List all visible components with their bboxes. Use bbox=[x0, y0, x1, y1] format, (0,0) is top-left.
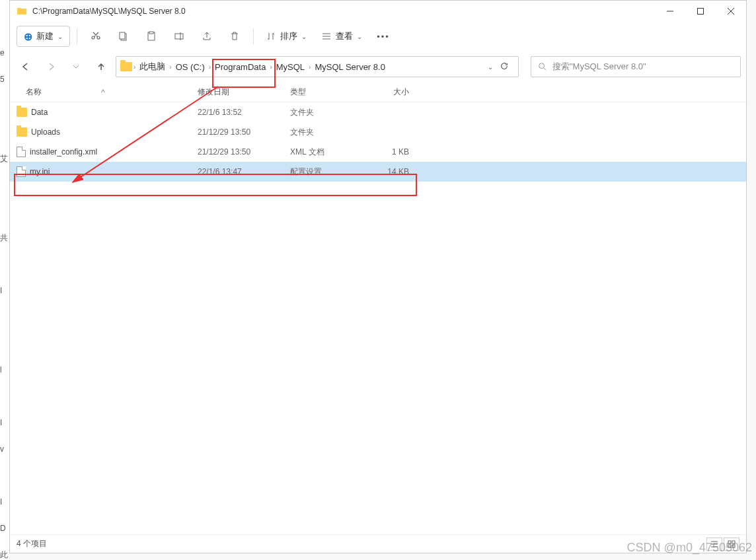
chevron-right-icon: › bbox=[270, 63, 272, 71]
file-name: installer_config.xml bbox=[30, 147, 97, 157]
svg-point-10 bbox=[539, 63, 545, 69]
svg-rect-14 bbox=[728, 545, 731, 547]
rename-icon bbox=[174, 31, 184, 42]
breadcrumb-item[interactable]: MySQL bbox=[274, 62, 307, 72]
refresh-button[interactable] bbox=[500, 61, 509, 73]
sort-label: 排序 bbox=[280, 30, 297, 42]
recent-button[interactable] bbox=[65, 56, 87, 77]
svg-rect-8 bbox=[175, 34, 183, 39]
file-modified: 21/12/29 13:50 bbox=[198, 127, 290, 137]
forward-button[interactable] bbox=[40, 56, 61, 77]
ellipsis-icon: ••• bbox=[377, 32, 390, 42]
folder-icon bbox=[17, 6, 27, 17]
new-label: 新建 bbox=[36, 30, 54, 42]
back-button[interactable] bbox=[15, 56, 36, 77]
file-size: 1 KB bbox=[369, 147, 409, 157]
search-icon bbox=[538, 62, 547, 71]
folder-icon bbox=[17, 108, 27, 117]
file-name: my.ini bbox=[30, 167, 50, 176]
file-row[interactable]: my.ini 22/1/6 13:47 配置设置 14 KB bbox=[10, 162, 746, 182]
breadcrumb-item[interactable]: ProgramData bbox=[212, 62, 268, 72]
file-modified: 22/1/6 13:52 bbox=[198, 108, 290, 117]
file-icon bbox=[17, 147, 26, 157]
svg-line-11 bbox=[544, 68, 547, 71]
file-modified: 22/1/6 13:47 bbox=[198, 167, 290, 176]
chevron-down-icon: ⌄ bbox=[357, 33, 362, 40]
sort-arrow-icon: ^ bbox=[101, 88, 105, 97]
file-size: 14 KB bbox=[369, 167, 409, 176]
title-bar: C:\ProgramData\MySQL\MySQL Server 8.0 bbox=[10, 1, 746, 22]
list-icon bbox=[321, 31, 332, 42]
search-input[interactable]: 搜索"MySQL Server 8.0" bbox=[531, 56, 741, 77]
copy-icon bbox=[118, 31, 129, 42]
view-label: 查看 bbox=[336, 30, 353, 42]
chevron-down-icon[interactable]: ⌄ bbox=[488, 63, 493, 71]
up-button[interactable] bbox=[91, 56, 112, 77]
breadcrumb-item[interactable]: 此电脑 bbox=[137, 61, 168, 73]
icons-view-button[interactable] bbox=[724, 538, 739, 551]
svg-rect-12 bbox=[728, 541, 731, 543]
file-row[interactable]: installer_config.xml 21/12/29 13:50 XML … bbox=[10, 142, 746, 162]
chevron-down-icon: ⌄ bbox=[57, 33, 63, 40]
window-title: C:\ProgramData\MySQL\MySQL Server 8.0 bbox=[32, 7, 186, 16]
file-name: Data bbox=[31, 108, 48, 117]
column-type[interactable]: 类型 bbox=[290, 87, 369, 98]
folder-icon bbox=[120, 62, 132, 71]
explorer-window: C:\ProgramData\MySQL\MySQL Server 8.0 ⊕ … bbox=[9, 0, 747, 553]
folder-icon bbox=[17, 127, 27, 137]
chevron-right-icon: › bbox=[169, 63, 171, 71]
file-row[interactable]: Data 22/1/6 13:52 文件夹 bbox=[10, 102, 746, 122]
file-list: Data 22/1/6 13:52 文件夹 Uploads 21/12/29 1… bbox=[10, 102, 746, 534]
delete-button[interactable] bbox=[223, 26, 246, 47]
chevron-right-icon: › bbox=[133, 63, 135, 71]
status-bar: 4 个项目 bbox=[10, 534, 746, 553]
view-button[interactable]: 查看 ⌄ bbox=[316, 26, 367, 47]
scissors-icon bbox=[91, 31, 101, 42]
file-name: Uploads bbox=[31, 127, 60, 137]
navigation-bar: › 此电脑 › OS (C:) › ProgramData › MySQL › … bbox=[10, 51, 746, 83]
column-modified[interactable]: 修改日期 bbox=[198, 87, 290, 98]
cut-button[interactable] bbox=[84, 26, 108, 47]
item-count: 4 个项目 bbox=[17, 538, 47, 549]
new-button[interactable]: ⊕ 新建 ⌄ bbox=[17, 26, 70, 47]
svg-rect-13 bbox=[732, 541, 735, 543]
share-icon bbox=[202, 31, 212, 42]
file-type: 文件夹 bbox=[290, 127, 369, 138]
trash-icon bbox=[229, 31, 240, 42]
column-headers: 名称 ^ 修改日期 类型 大小 bbox=[10, 83, 746, 102]
file-type: 文件夹 bbox=[290, 107, 369, 118]
svg-rect-5 bbox=[120, 32, 125, 39]
file-row[interactable]: Uploads 21/12/29 13:50 文件夹 bbox=[10, 122, 746, 142]
address-bar[interactable]: › 此电脑 › OS (C:) › ProgramData › MySQL › … bbox=[116, 56, 519, 77]
svg-rect-1 bbox=[698, 9, 704, 15]
svg-rect-15 bbox=[732, 545, 735, 547]
chevron-down-icon: ⌄ bbox=[301, 33, 307, 40]
file-icon bbox=[17, 166, 26, 177]
details-view-button[interactable] bbox=[706, 538, 722, 551]
file-modified: 21/12/29 13:50 bbox=[198, 147, 290, 157]
column-size[interactable]: 大小 bbox=[369, 87, 409, 98]
search-placeholder: 搜索"MySQL Server 8.0" bbox=[552, 61, 646, 73]
column-name[interactable]: 名称 bbox=[26, 87, 42, 98]
breadcrumb-item[interactable]: MySQL Server 8.0 bbox=[312, 62, 387, 72]
breadcrumb-item[interactable]: OS (C:) bbox=[173, 62, 208, 72]
chevron-right-icon: › bbox=[309, 63, 311, 71]
toolbar: ⊕ 新建 ⌄ 排序 ⌄ 查看 ⌄ ••• bbox=[10, 22, 746, 51]
minimize-button[interactable] bbox=[655, 1, 685, 22]
file-type: XML 文档 bbox=[290, 147, 369, 158]
sort-icon bbox=[266, 31, 276, 42]
sort-button[interactable]: 排序 ⌄ bbox=[260, 26, 312, 47]
maximize-button[interactable] bbox=[685, 1, 716, 22]
rename-button[interactable] bbox=[167, 26, 191, 47]
svg-rect-7 bbox=[149, 32, 153, 34]
more-button[interactable]: ••• bbox=[371, 26, 395, 47]
copy-button[interactable] bbox=[112, 26, 135, 47]
close-button[interactable] bbox=[716, 1, 746, 22]
file-type: 配置设置 bbox=[290, 166, 369, 178]
clipboard-icon bbox=[146, 31, 157, 42]
chevron-right-icon: › bbox=[209, 63, 211, 71]
window-controls bbox=[655, 1, 746, 22]
plus-icon: ⊕ bbox=[24, 30, 32, 43]
share-button[interactable] bbox=[195, 26, 219, 47]
paste-button[interactable] bbox=[139, 26, 163, 47]
